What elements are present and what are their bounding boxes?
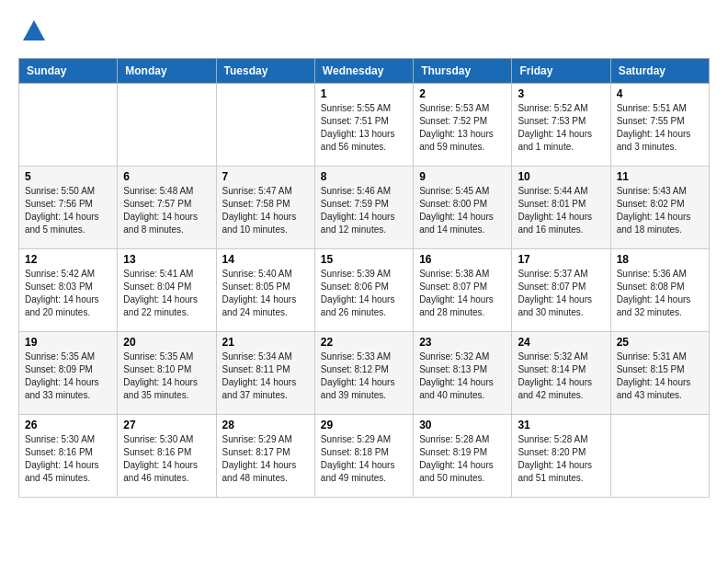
day-number: 29 xyxy=(321,419,407,431)
calendar-cell: 28Sunrise: 5:29 AM Sunset: 8:17 PM Dayli… xyxy=(216,415,314,498)
day-number: 2 xyxy=(419,87,506,100)
day-info: Sunrise: 5:45 AM Sunset: 8:00 PM Dayligh… xyxy=(419,185,506,236)
week-row-4: 19Sunrise: 5:35 AM Sunset: 8:09 PM Dayli… xyxy=(19,332,710,415)
day-number: 4 xyxy=(617,87,703,100)
calendar-cell: 24Sunrise: 5:32 AM Sunset: 8:14 PM Dayli… xyxy=(512,332,610,415)
calendar-cell: 2Sunrise: 5:53 AM Sunset: 7:52 PM Daylig… xyxy=(414,84,512,167)
day-info: Sunrise: 5:51 AM Sunset: 7:55 PM Dayligh… xyxy=(617,102,703,154)
day-info: Sunrise: 5:41 AM Sunset: 8:04 PM Dayligh… xyxy=(123,268,210,319)
week-row-3: 12Sunrise: 5:42 AM Sunset: 8:03 PM Dayli… xyxy=(19,249,710,332)
day-number: 16 xyxy=(419,253,506,266)
header-cell-friday: Friday xyxy=(512,59,610,84)
calendar-cell: 30Sunrise: 5:28 AM Sunset: 8:19 PM Dayli… xyxy=(414,415,512,498)
day-number: 10 xyxy=(518,170,604,183)
calendar-cell: 9Sunrise: 5:45 AM Sunset: 8:00 PM Daylig… xyxy=(414,167,512,249)
day-number: 31 xyxy=(518,419,604,431)
day-number: 8 xyxy=(321,170,407,183)
calendar-cell: 7Sunrise: 5:47 AM Sunset: 7:58 PM Daylig… xyxy=(216,167,314,249)
day-info: Sunrise: 5:36 AM Sunset: 8:08 PM Dayligh… xyxy=(617,268,703,319)
day-info: Sunrise: 5:53 AM Sunset: 7:52 PM Dayligh… xyxy=(419,102,506,154)
header-cell-sunday: Sunday xyxy=(19,59,118,84)
calendar-cell: 16Sunrise: 5:38 AM Sunset: 8:07 PM Dayli… xyxy=(414,249,512,332)
calendar-cell: 1Sunrise: 5:55 AM Sunset: 7:51 PM Daylig… xyxy=(314,84,413,167)
calendar-cell: 31Sunrise: 5:28 AM Sunset: 8:20 PM Dayli… xyxy=(512,415,610,498)
day-number: 6 xyxy=(123,170,210,183)
calendar-cell: 12Sunrise: 5:42 AM Sunset: 8:03 PM Dayli… xyxy=(19,249,118,332)
header-cell-saturday: Saturday xyxy=(610,59,709,84)
day-number: 12 xyxy=(25,253,111,266)
day-info: Sunrise: 5:48 AM Sunset: 7:57 PM Dayligh… xyxy=(123,185,210,236)
day-info: Sunrise: 5:40 AM Sunset: 8:05 PM Dayligh… xyxy=(222,268,309,319)
calendar-cell: 23Sunrise: 5:32 AM Sunset: 8:13 PM Dayli… xyxy=(414,332,512,415)
day-info: Sunrise: 5:32 AM Sunset: 8:13 PM Dayligh… xyxy=(419,350,506,402)
day-info: Sunrise: 5:44 AM Sunset: 8:01 PM Dayligh… xyxy=(518,185,604,236)
header-row: SundayMondayTuesdayWednesdayThursdayFrid… xyxy=(19,59,710,84)
day-number: 30 xyxy=(419,419,506,431)
calendar-cell: 20Sunrise: 5:35 AM Sunset: 8:10 PM Dayli… xyxy=(118,332,216,415)
day-info: Sunrise: 5:30 AM Sunset: 8:16 PM Dayligh… xyxy=(25,433,111,485)
calendar-cell: 15Sunrise: 5:39 AM Sunset: 8:06 PM Dayli… xyxy=(314,249,413,332)
day-number: 23 xyxy=(419,336,506,349)
day-number: 18 xyxy=(617,253,703,266)
week-row-5: 26Sunrise: 5:30 AM Sunset: 8:16 PM Dayli… xyxy=(19,415,710,498)
day-number: 28 xyxy=(222,419,309,431)
day-number: 22 xyxy=(321,336,407,349)
week-row-2: 5Sunrise: 5:50 AM Sunset: 7:56 PM Daylig… xyxy=(19,167,710,249)
header-cell-monday: Monday xyxy=(118,59,216,84)
logo-text xyxy=(18,18,47,49)
calendar-cell xyxy=(610,415,709,498)
header-cell-thursday: Thursday xyxy=(414,59,512,84)
day-number: 20 xyxy=(123,336,210,349)
day-info: Sunrise: 5:30 AM Sunset: 8:16 PM Dayligh… xyxy=(123,433,210,485)
calendar-cell: 26Sunrise: 5:30 AM Sunset: 8:16 PM Dayli… xyxy=(19,415,118,498)
day-number: 21 xyxy=(222,336,309,349)
day-info: Sunrise: 5:39 AM Sunset: 8:06 PM Dayligh… xyxy=(321,268,407,319)
day-info: Sunrise: 5:50 AM Sunset: 7:56 PM Dayligh… xyxy=(25,185,111,236)
calendar-cell: 22Sunrise: 5:33 AM Sunset: 8:12 PM Dayli… xyxy=(314,332,413,415)
day-number: 19 xyxy=(25,336,111,349)
day-info: Sunrise: 5:33 AM Sunset: 8:12 PM Dayligh… xyxy=(321,350,407,402)
calendar-body: 1Sunrise: 5:55 AM Sunset: 7:51 PM Daylig… xyxy=(19,84,710,498)
calendar-cell: 29Sunrise: 5:29 AM Sunset: 8:18 PM Dayli… xyxy=(314,415,413,498)
page-header xyxy=(18,18,710,49)
day-info: Sunrise: 5:34 AM Sunset: 8:11 PM Dayligh… xyxy=(222,350,309,402)
day-number: 26 xyxy=(25,419,111,431)
svg-marker-0 xyxy=(23,20,45,40)
day-number: 15 xyxy=(321,253,407,266)
day-number: 1 xyxy=(321,87,407,100)
day-info: Sunrise: 5:47 AM Sunset: 7:58 PM Dayligh… xyxy=(222,185,309,236)
calendar-table: SundayMondayTuesdayWednesdayThursdayFrid… xyxy=(18,58,710,498)
week-row-1: 1Sunrise: 5:55 AM Sunset: 7:51 PM Daylig… xyxy=(19,84,710,167)
day-info: Sunrise: 5:38 AM Sunset: 8:07 PM Dayligh… xyxy=(419,268,506,319)
header-cell-wednesday: Wednesday xyxy=(314,59,413,84)
day-info: Sunrise: 5:28 AM Sunset: 8:19 PM Dayligh… xyxy=(419,433,506,485)
day-info: Sunrise: 5:32 AM Sunset: 8:14 PM Dayligh… xyxy=(518,350,604,402)
day-number: 9 xyxy=(419,170,506,183)
logo xyxy=(18,18,47,49)
calendar-cell xyxy=(118,84,216,167)
day-number: 25 xyxy=(617,336,703,349)
calendar-cell xyxy=(216,84,314,167)
day-info: Sunrise: 5:46 AM Sunset: 7:59 PM Dayligh… xyxy=(321,185,407,236)
calendar-cell: 25Sunrise: 5:31 AM Sunset: 8:15 PM Dayli… xyxy=(610,332,709,415)
calendar-cell: 5Sunrise: 5:50 AM Sunset: 7:56 PM Daylig… xyxy=(19,167,118,249)
day-number: 11 xyxy=(617,170,703,183)
day-info: Sunrise: 5:37 AM Sunset: 8:07 PM Dayligh… xyxy=(518,268,604,319)
calendar-cell xyxy=(19,84,118,167)
day-number: 14 xyxy=(222,253,309,266)
calendar-cell: 19Sunrise: 5:35 AM Sunset: 8:09 PM Dayli… xyxy=(19,332,118,415)
day-info: Sunrise: 5:28 AM Sunset: 8:20 PM Dayligh… xyxy=(518,433,604,485)
logo-icon xyxy=(21,18,47,44)
day-info: Sunrise: 5:31 AM Sunset: 8:15 PM Dayligh… xyxy=(617,350,703,402)
calendar-cell: 8Sunrise: 5:46 AM Sunset: 7:59 PM Daylig… xyxy=(314,167,413,249)
calendar-cell: 4Sunrise: 5:51 AM Sunset: 7:55 PM Daylig… xyxy=(610,84,709,167)
calendar-cell: 27Sunrise: 5:30 AM Sunset: 8:16 PM Dayli… xyxy=(118,415,216,498)
day-info: Sunrise: 5:29 AM Sunset: 8:17 PM Dayligh… xyxy=(222,433,309,485)
calendar-cell: 10Sunrise: 5:44 AM Sunset: 8:01 PM Dayli… xyxy=(512,167,610,249)
day-info: Sunrise: 5:29 AM Sunset: 8:18 PM Dayligh… xyxy=(321,433,407,485)
calendar-cell: 18Sunrise: 5:36 AM Sunset: 8:08 PM Dayli… xyxy=(610,249,709,332)
day-info: Sunrise: 5:55 AM Sunset: 7:51 PM Dayligh… xyxy=(321,102,407,154)
day-number: 27 xyxy=(123,419,210,431)
header-cell-tuesday: Tuesday xyxy=(216,59,314,84)
day-info: Sunrise: 5:43 AM Sunset: 8:02 PM Dayligh… xyxy=(617,185,703,236)
